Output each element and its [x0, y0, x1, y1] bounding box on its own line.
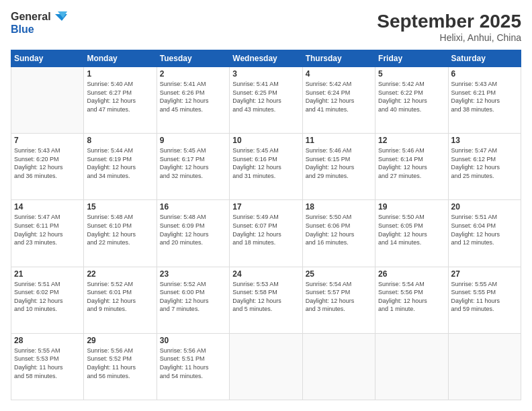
table-row: 5Sunrise: 5:42 AM Sunset: 6:22 PM Daylig…: [375, 67, 448, 134]
table-row: 1Sunrise: 5:40 AM Sunset: 6:27 PM Daylig…: [84, 67, 157, 134]
day-info: Sunrise: 5:54 AM Sunset: 5:56 PM Dayligh…: [378, 280, 445, 314]
col-friday: Friday: [375, 50, 448, 67]
day-info: Sunrise: 5:45 AM Sunset: 6:16 PM Dayligh…: [232, 146, 299, 180]
table-row: 27Sunrise: 5:55 AM Sunset: 5:55 PM Dayli…: [448, 267, 521, 333]
day-info: Sunrise: 5:54 AM Sunset: 5:57 PM Dayligh…: [306, 280, 372, 314]
table-row: [11, 67, 84, 134]
location: Helixi, Anhui, China: [377, 32, 521, 43]
day-number: 4: [306, 69, 372, 79]
day-info: Sunrise: 5:49 AM Sunset: 6:07 PM Dayligh…: [232, 213, 299, 246]
day-number: 23: [160, 269, 226, 279]
calendar-week-row: 7Sunrise: 5:43 AM Sunset: 6:20 PM Daylig…: [11, 134, 521, 200]
day-info: Sunrise: 5:56 AM Sunset: 5:51 PM Dayligh…: [160, 347, 226, 380]
day-info: Sunrise: 5:43 AM Sunset: 6:21 PM Dayligh…: [451, 80, 518, 113]
calendar-week-row: 1Sunrise: 5:40 AM Sunset: 6:27 PM Daylig…: [11, 67, 521, 134]
table-row: 26Sunrise: 5:54 AM Sunset: 5:56 PM Dayli…: [375, 267, 448, 333]
day-info: Sunrise: 5:46 AM Sunset: 6:15 PM Dayligh…: [306, 146, 372, 180]
calendar-table: Sunday Monday Tuesday Wednesday Thursday…: [11, 50, 521, 400]
day-number: 21: [14, 269, 81, 279]
col-wednesday: Wednesday: [230, 50, 302, 67]
day-info: Sunrise: 5:47 AM Sunset: 6:12 PM Dayligh…: [451, 146, 518, 180]
table-row: 7Sunrise: 5:43 AM Sunset: 6:20 PM Daylig…: [11, 134, 84, 200]
day-info: Sunrise: 5:51 AM Sunset: 6:02 PM Dayligh…: [14, 280, 81, 314]
table-row: 14Sunrise: 5:47 AM Sunset: 6:11 PM Dayli…: [11, 200, 84, 267]
day-number: 9: [160, 136, 226, 145]
day-info: Sunrise: 5:45 AM Sunset: 6:17 PM Dayligh…: [160, 146, 226, 180]
day-number: 3: [232, 69, 299, 79]
day-info: Sunrise: 5:52 AM Sunset: 6:00 PM Dayligh…: [160, 280, 226, 314]
day-number: 30: [160, 336, 226, 345]
col-thursday: Thursday: [302, 50, 375, 67]
logo-text: General Blue: [11, 11, 67, 35]
day-number: 5: [378, 69, 445, 79]
day-info: Sunrise: 5:42 AM Sunset: 6:22 PM Dayligh…: [378, 80, 445, 113]
day-info: Sunrise: 5:46 AM Sunset: 6:14 PM Dayligh…: [378, 146, 445, 180]
day-number: 11: [306, 136, 372, 145]
day-number: 27: [451, 269, 518, 279]
day-info: Sunrise: 5:40 AM Sunset: 6:27 PM Dayligh…: [87, 80, 153, 113]
table-row: 24Sunrise: 5:53 AM Sunset: 5:58 PM Dayli…: [230, 267, 302, 333]
day-info: Sunrise: 5:42 AM Sunset: 6:24 PM Dayligh…: [306, 80, 372, 113]
day-info: Sunrise: 5:56 AM Sunset: 5:52 PM Dayligh…: [87, 347, 153, 380]
day-info: Sunrise: 5:55 AM Sunset: 5:53 PM Dayligh…: [14, 347, 81, 380]
page: General Blue September 2025 Helixi, Anhu…: [0, 0, 532, 411]
day-number: 25: [306, 269, 372, 279]
table-row: 11Sunrise: 5:46 AM Sunset: 6:15 PM Dayli…: [302, 134, 375, 200]
day-info: Sunrise: 5:50 AM Sunset: 6:05 PM Dayligh…: [378, 213, 445, 246]
day-number: 12: [378, 136, 445, 145]
day-info: Sunrise: 5:48 AM Sunset: 6:09 PM Dayligh…: [160, 213, 226, 246]
table-row: 18Sunrise: 5:50 AM Sunset: 6:06 PM Dayli…: [302, 200, 375, 267]
day-number: 7: [14, 136, 81, 145]
col-tuesday: Tuesday: [157, 50, 229, 67]
table-row: 10Sunrise: 5:45 AM Sunset: 6:16 PM Dayli…: [230, 134, 302, 200]
day-number: 18: [306, 202, 372, 212]
day-number: 26: [378, 269, 445, 279]
day-number: 20: [451, 202, 518, 212]
table-row: 16Sunrise: 5:48 AM Sunset: 6:09 PM Dayli…: [157, 200, 229, 267]
table-row: 25Sunrise: 5:54 AM Sunset: 5:57 PM Dayli…: [302, 267, 375, 333]
calendar-week-row: 28Sunrise: 5:55 AM Sunset: 5:53 PM Dayli…: [11, 333, 521, 400]
table-row: 22Sunrise: 5:52 AM Sunset: 6:01 PM Dayli…: [84, 267, 157, 333]
day-info: Sunrise: 5:52 AM Sunset: 6:01 PM Dayligh…: [87, 280, 153, 314]
day-info: Sunrise: 5:41 AM Sunset: 6:25 PM Dayligh…: [232, 80, 299, 113]
table-row: 29Sunrise: 5:56 AM Sunset: 5:52 PM Dayli…: [84, 333, 157, 400]
table-row: 21Sunrise: 5:51 AM Sunset: 6:02 PM Dayli…: [11, 267, 84, 333]
table-row: 15Sunrise: 5:48 AM Sunset: 6:10 PM Dayli…: [84, 200, 157, 267]
calendar-week-row: 14Sunrise: 5:47 AM Sunset: 6:11 PM Dayli…: [11, 200, 521, 267]
day-number: 24: [232, 269, 299, 279]
day-info: Sunrise: 5:48 AM Sunset: 6:10 PM Dayligh…: [87, 213, 153, 246]
table-row: 23Sunrise: 5:52 AM Sunset: 6:00 PM Dayli…: [157, 267, 229, 333]
day-number: 16: [160, 202, 226, 212]
day-number: 13: [451, 136, 518, 145]
table-row: [375, 333, 448, 400]
table-row: 28Sunrise: 5:55 AM Sunset: 5:53 PM Dayli…: [11, 333, 84, 400]
calendar-header-row: Sunday Monday Tuesday Wednesday Thursday…: [11, 50, 521, 67]
table-row: 30Sunrise: 5:56 AM Sunset: 5:51 PM Dayli…: [157, 333, 229, 400]
table-row: [448, 333, 521, 400]
day-number: 1: [87, 69, 153, 79]
table-row: 20Sunrise: 5:51 AM Sunset: 6:04 PM Dayli…: [448, 200, 521, 267]
day-number: 2: [160, 69, 226, 79]
day-number: 22: [87, 269, 153, 279]
calendar-week-row: 21Sunrise: 5:51 AM Sunset: 6:02 PM Dayli…: [11, 267, 521, 333]
col-monday: Monday: [84, 50, 157, 67]
month-title: September 2025: [377, 11, 521, 32]
table-row: 3Sunrise: 5:41 AM Sunset: 6:25 PM Daylig…: [230, 67, 302, 134]
table-row: 13Sunrise: 5:47 AM Sunset: 6:12 PM Dayli…: [448, 134, 521, 200]
day-number: 6: [451, 69, 518, 79]
day-info: Sunrise: 5:53 AM Sunset: 5:58 PM Dayligh…: [232, 280, 299, 314]
logo: General Blue: [11, 11, 67, 35]
table-row: 12Sunrise: 5:46 AM Sunset: 6:14 PM Dayli…: [375, 134, 448, 200]
day-info: Sunrise: 5:44 AM Sunset: 6:19 PM Dayligh…: [87, 146, 153, 180]
day-number: 29: [87, 336, 153, 345]
table-row: [302, 333, 375, 400]
logo-arrow-icon: [55, 11, 67, 24]
table-row: 19Sunrise: 5:50 AM Sunset: 6:05 PM Dayli…: [375, 200, 448, 267]
day-info: Sunrise: 5:51 AM Sunset: 6:04 PM Dayligh…: [451, 213, 518, 246]
day-info: Sunrise: 5:47 AM Sunset: 6:11 PM Dayligh…: [14, 213, 81, 246]
day-number: 17: [232, 202, 299, 212]
day-info: Sunrise: 5:41 AM Sunset: 6:26 PM Dayligh…: [160, 80, 226, 113]
title-block: September 2025 Helixi, Anhui, China: [377, 11, 521, 43]
table-row: 17Sunrise: 5:49 AM Sunset: 6:07 PM Dayli…: [230, 200, 302, 267]
table-row: 9Sunrise: 5:45 AM Sunset: 6:17 PM Daylig…: [157, 134, 229, 200]
